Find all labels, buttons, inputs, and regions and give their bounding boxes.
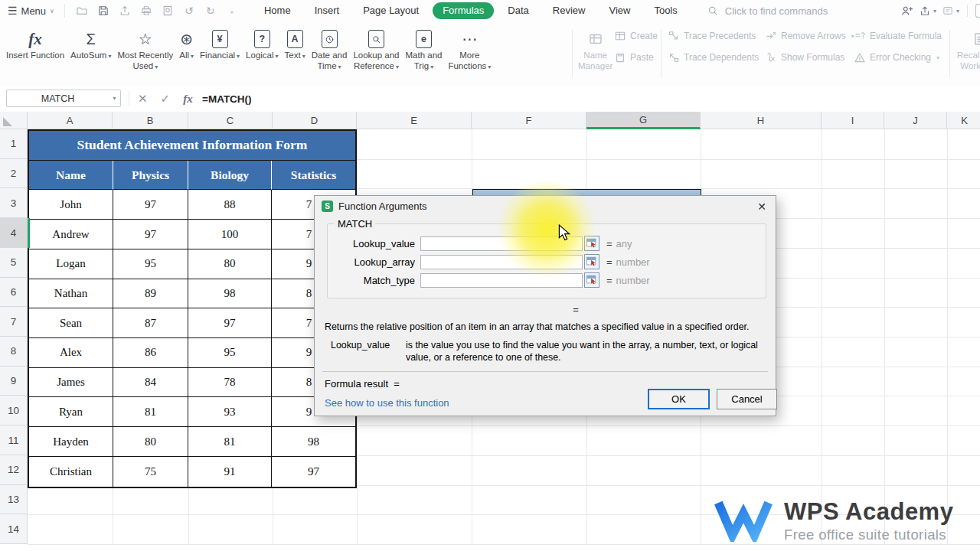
column-header-b[interactable]: B (113, 112, 188, 129)
row-header-9[interactable]: 9 (0, 367, 28, 396)
cell[interactable]: 80 (188, 249, 272, 279)
cell[interactable]: Ryan (29, 397, 113, 427)
tab-formulas[interactable]: Formulas (433, 2, 494, 19)
column-header-h[interactable]: H (701, 112, 822, 129)
customize-toolbar-chevron-icon[interactable]: ⌄ (225, 4, 239, 18)
cell[interactable]: 81 (188, 427, 272, 457)
dialog-title-bar[interactable]: S Function Arguments ✕ (315, 196, 776, 217)
tab-data[interactable]: Data (498, 2, 538, 19)
lookup_array-range-picker-button[interactable] (584, 254, 599, 269)
cell[interactable]: 100 (188, 220, 272, 249)
cell[interactable]: John (29, 190, 113, 220)
row-header-4[interactable]: 4 (0, 218, 28, 248)
match_type-range-picker-button[interactable] (584, 272, 599, 288)
cell[interactable]: 78 (188, 368, 272, 398)
error-checking-button[interactable]: Error Checking▾ (853, 50, 942, 65)
create-button[interactable]: Create (613, 28, 658, 44)
tab-insert[interactable]: Insert (305, 2, 350, 19)
share-icon[interactable] (918, 4, 932, 18)
column-header-j[interactable]: J (884, 112, 947, 129)
cell[interactable]: 97 (272, 457, 355, 487)
cell[interactable]: 81 (113, 397, 188, 427)
open-file-icon[interactable] (75, 4, 89, 18)
cell[interactable]: 98 (188, 279, 272, 309)
column-header-i[interactable]: I (822, 112, 884, 129)
column-header-c[interactable]: C (188, 112, 273, 129)
cell[interactable]: 88 (188, 190, 272, 220)
trace-precedents-button[interactable]: Trace Precedents (667, 28, 759, 44)
column-header-a[interactable]: A (28, 112, 113, 129)
row-header-3[interactable]: 3 (0, 188, 28, 218)
match_type-input[interactable] (420, 273, 583, 288)
share-chevron-icon[interactable]: ▾ (933, 8, 936, 15)
select-all-corner[interactable] (0, 112, 28, 129)
row-header-14[interactable]: 14 (0, 514, 28, 544)
lookup_array-input[interactable] (420, 255, 583, 269)
notes-icon[interactable] (941, 4, 955, 18)
column-header-f[interactable]: F (472, 112, 586, 129)
text-button[interactable]: AText▾ (282, 26, 309, 64)
notes-chevron-icon[interactable]: ▾ (956, 8, 959, 15)
row-header-7[interactable]: 7 (0, 307, 28, 337)
tab-home[interactable]: Home (254, 2, 301, 19)
ok-button[interactable]: OK (648, 389, 710, 409)
row-header-10[interactable]: 10 (0, 396, 28, 425)
cell[interactable]: Alex (29, 338, 113, 368)
show-formulas-button[interactable]: Show Formulas (764, 50, 854, 65)
column-header-d[interactable]: D (273, 112, 357, 129)
row-header-8[interactable]: 8 (0, 337, 28, 367)
lookup_value-input[interactable] (420, 236, 583, 251)
cell[interactable]: 91 (188, 457, 272, 487)
lookup_value-range-picker-button[interactable] (584, 236, 599, 251)
cell[interactable]: Andrew (29, 220, 113, 249)
menu-button[interactable]: ☰ Menu ∨ (0, 5, 54, 17)
redo-icon[interactable]: ↻ (204, 4, 217, 18)
name-manager-button[interactable]: NameManager (575, 26, 616, 73)
row-header-5[interactable]: 5 (0, 248, 28, 278)
row-header-2[interactable]: 2 (0, 159, 28, 189)
insert-function-button[interactable]: fxInsert Function (3, 26, 67, 63)
evaluate-formula-button[interactable]: Evaluate Formula (853, 28, 942, 44)
command-search[interactable]: Click to find commands (706, 4, 828, 18)
name-box[interactable]: MATCH ▾ (6, 90, 121, 107)
cell[interactable]: 95 (113, 249, 188, 279)
recalculate-workbook-button[interactable]: RecalculateWorkbook (954, 26, 980, 73)
formula-input[interactable]: =MATCH() (202, 86, 252, 112)
column-header-e[interactable]: E (357, 112, 472, 129)
cell[interactable]: 86 (113, 338, 188, 368)
cell[interactable]: 97 (188, 308, 272, 338)
cell[interactable]: 75 (113, 457, 188, 487)
most-recently-used-button[interactable]: ☆Most RecentlyUsed▾ (114, 26, 176, 73)
close-icon[interactable]: ✕ (755, 200, 769, 214)
tab-review[interactable]: Review (543, 2, 596, 19)
help-link[interactable]: See how to use this function (325, 397, 449, 409)
cell[interactable]: 84 (113, 368, 188, 398)
print-preview-icon[interactable] (161, 4, 175, 18)
tab-view[interactable]: View (599, 2, 640, 19)
lookup-and-reference-button[interactable]: Lookup andReference▾ (350, 26, 402, 73)
undo-icon[interactable]: ↺ (182, 4, 196, 18)
print-icon[interactable] (139, 4, 153, 18)
logical-button[interactable]: ?Logical▾ (243, 26, 281, 64)
column-header-k[interactable]: K (947, 112, 980, 129)
all-functions-button[interactable]: ⊛All▾ (176, 26, 197, 64)
cancel-entry-icon[interactable]: ✕ (138, 92, 148, 106)
export-icon[interactable] (118, 4, 132, 18)
cell[interactable]: Nathan (29, 279, 113, 309)
math-and-trig-button[interactable]: eMath andTrig▾ (403, 26, 446, 73)
more-functions-button[interactable]: ⋯MoreFunctions▾ (445, 26, 494, 73)
cell[interactable]: 93 (188, 397, 272, 427)
name-box-chevron-icon[interactable]: ▾ (109, 90, 120, 106)
cell[interactable]: 97 (113, 190, 188, 220)
cell[interactable]: James (29, 368, 113, 398)
row-header-1[interactable]: 1 (0, 129, 28, 159)
cancel-button[interactable]: Cancel (717, 389, 777, 409)
trace-dependents-button[interactable]: Trace Dependents (667, 50, 759, 65)
tab-tools[interactable]: Tools (644, 2, 687, 19)
cell[interactable]: 97 (113, 220, 188, 249)
autosum-button[interactable]: ΣAutoSum▾ (67, 26, 114, 64)
remove-arrows-button[interactable]: Remove Arrows▾ (764, 28, 854, 44)
row-header-6[interactable]: 6 (0, 278, 28, 308)
confirm-entry-icon[interactable]: ✓ (161, 92, 171, 106)
cell[interactable]: Hayden (29, 427, 113, 457)
